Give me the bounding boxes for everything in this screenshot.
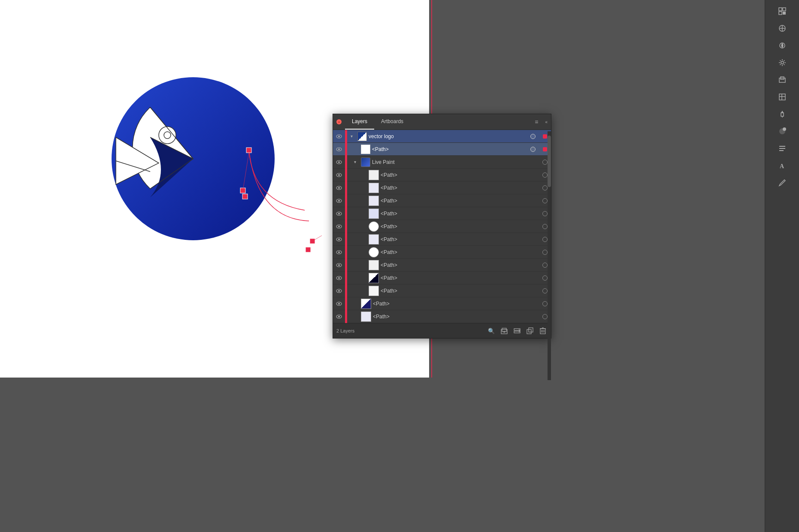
scrollbar-track[interactable] [548, 131, 551, 380]
delete-layer-button[interactable] [538, 326, 548, 336]
tab-artboards[interactable]: Artboards [374, 114, 410, 130]
svg-point-34 [338, 277, 340, 279]
layer-thumbnail [369, 183, 379, 193]
search-button[interactable]: 🔍 [487, 326, 496, 336]
svg-rect-58 [783, 8, 786, 11]
layer-name: <Path> [381, 172, 539, 178]
layer-row[interactable]: <Path> [333, 297, 551, 310]
layer-row[interactable]: ▾ vector logo [333, 130, 551, 143]
layers-list[interactable]: ▾ vector logo <Path> [333, 130, 551, 323]
layer-name: <Path> [373, 314, 539, 320]
layer-color-indicator [345, 143, 347, 156]
layer-thumbnail [361, 157, 370, 167]
sidebar-icon-7[interactable] [775, 141, 790, 156]
visibility-toggle[interactable] [333, 181, 345, 194]
sidebar-icon-5[interactable] [775, 89, 790, 105]
layer-row[interactable]: <Path> [333, 181, 551, 194]
visibility-toggle[interactable] [333, 194, 345, 207]
layer-target[interactable] [529, 145, 537, 154]
layers-panel-header: × Layers Artboards ≡ « [333, 114, 551, 130]
layer-thumbnail [369, 221, 379, 232]
sidebar-icon-6[interactable] [775, 124, 790, 139]
layer-row[interactable]: ▾ Live Paint [333, 156, 551, 169]
svg-point-22 [338, 200, 340, 202]
layer-row[interactable]: <Path> [333, 233, 551, 246]
layer-name: <Path> [381, 288, 539, 294]
svg-rect-50 [529, 328, 533, 332]
visibility-toggle[interactable] [333, 297, 345, 310]
sidebar-icon-pen[interactable] [775, 175, 790, 190]
layer-color-indicator [345, 246, 347, 259]
visibility-toggle[interactable] [333, 310, 345, 323]
layer-row[interactable]: <Path> [333, 143, 551, 156]
layer-row[interactable]: <Path> [333, 220, 551, 233]
visibility-toggle[interactable] [333, 259, 345, 272]
visibility-toggle[interactable] [333, 169, 345, 181]
sidebar-icon-gear[interactable] [775, 55, 790, 70]
svg-point-40 [338, 316, 340, 317]
visibility-toggle[interactable] [333, 272, 345, 284]
layer-row[interactable]: <Path> [333, 310, 551, 323]
tab-layers[interactable]: Layers [345, 114, 374, 130]
move-layer-button[interactable] [512, 326, 522, 336]
sidebar-icon-3[interactable] [775, 38, 790, 53]
layer-row[interactable]: <Path> [333, 259, 551, 272]
layer-name: <Path> [381, 224, 539, 230]
panel-close-button[interactable]: × [336, 119, 342, 124]
svg-point-74 [783, 127, 786, 131]
layer-name: <Path> [381, 198, 539, 204]
visibility-toggle[interactable] [333, 156, 345, 169]
layers-count-label: 2 Layers [336, 328, 483, 333]
layer-thumbnail [361, 145, 370, 154]
layer-row[interactable]: <Path> [333, 272, 551, 284]
svg-point-30 [338, 251, 340, 253]
visibility-toggle[interactable] [333, 130, 345, 143]
visibility-toggle[interactable] [333, 220, 345, 233]
layer-thumbnail [369, 209, 379, 219]
sidebar-icon-plug[interactable] [775, 106, 790, 122]
visibility-toggle[interactable] [333, 284, 345, 297]
sidebar-icon-text[interactable]: A [775, 158, 790, 173]
layer-expand-button[interactable]: ▾ [351, 156, 359, 169]
svg-point-20 [338, 187, 340, 189]
panel-menu-button[interactable]: ≡ [531, 115, 542, 129]
target-indicator [542, 314, 548, 319]
layer-color-indicator [345, 207, 347, 220]
svg-point-28 [338, 239, 340, 240]
sidebar-icon-2[interactable] [775, 21, 790, 36]
layer-name: <Path> [381, 275, 539, 281]
layer-name: <Path> [381, 262, 539, 268]
layer-row[interactable]: <Path> [333, 169, 551, 181]
scrollbar-thumb[interactable] [548, 136, 551, 187]
visibility-toggle[interactable] [333, 246, 345, 259]
panel-collapse-button[interactable]: « [542, 116, 551, 128]
layer-row[interactable]: <Path> [333, 194, 551, 207]
target-indicator [542, 198, 548, 203]
layer-row[interactable]: <Path> [333, 284, 551, 297]
panel-tabs: Layers Artboards [333, 114, 531, 130]
visibility-toggle[interactable] [333, 207, 345, 220]
duplicate-layer-button[interactable] [525, 326, 535, 336]
layers-panel-footer: 2 Layers 🔍 [333, 323, 551, 338]
parrot-illustration [64, 51, 322, 287]
layer-target[interactable] [529, 132, 537, 141]
layer-color-indicator [345, 169, 347, 181]
visibility-toggle[interactable] [333, 233, 345, 246]
layer-color-indicator [345, 310, 347, 323]
layer-thumbnail [361, 299, 371, 309]
svg-point-12 [338, 136, 340, 137]
layer-color-indicator [345, 272, 347, 284]
layer-name: <Path> [381, 185, 539, 191]
svg-rect-66 [779, 78, 785, 82]
new-layer-button[interactable] [499, 326, 509, 336]
svg-rect-3 [246, 148, 251, 153]
layer-thumbnail [369, 234, 379, 245]
layer-row[interactable]: <Path> [333, 246, 551, 259]
visibility-toggle[interactable] [333, 143, 345, 156]
layer-color-indicator [345, 297, 347, 310]
sidebar-icon-1[interactable] [775, 3, 790, 19]
sidebar-icon-4[interactable] [775, 72, 790, 88]
layer-row[interactable]: <Path> [333, 207, 551, 220]
layer-expand-button[interactable]: ▾ [347, 130, 356, 143]
svg-rect-68 [779, 94, 785, 100]
